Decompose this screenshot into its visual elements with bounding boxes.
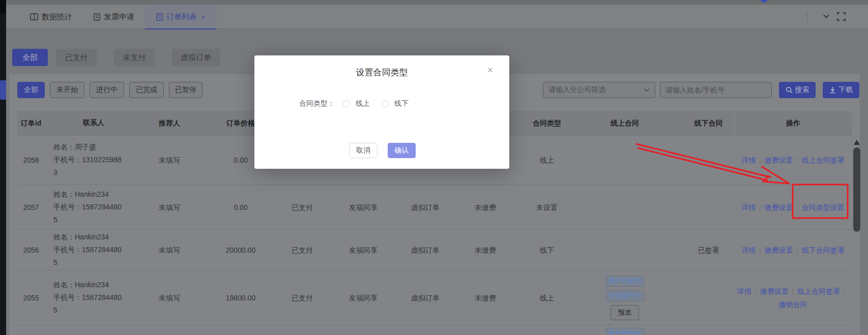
- modal-close-icon[interactable]: ×: [487, 66, 493, 75]
- operations-cell: 详情 | 缴费设置 | 线上合同签署: [734, 155, 852, 166]
- op-separator: |: [755, 286, 757, 297]
- header-offline-contract: 线下合同: [683, 117, 734, 129]
- radio-offline[interactable]: [382, 100, 389, 107]
- status-filter-paid[interactable]: 已支付: [56, 49, 97, 66]
- order-type-cell: 虚拟订单: [407, 202, 444, 213]
- operations-cell: 详情 | 缴费设置 | 线下合同签署: [734, 245, 852, 256]
- sidebar-logo-area: [0, 0, 6, 14]
- order-list-icon: [156, 13, 163, 21]
- branch-filter-select[interactable]: 请输入分公司筛选: [543, 82, 655, 98]
- op-revoke-contract-link[interactable]: 撤销合同: [779, 299, 807, 310]
- download-button[interactable]: 下载: [823, 82, 859, 98]
- tab-order-list[interactable]: 订单列表 ×: [145, 5, 216, 29]
- scrollbar-up-arrow[interactable]: [854, 140, 860, 145]
- toolbar-divider: [807, 11, 807, 22]
- invoice-icon: [94, 13, 100, 21]
- op-fee-setting-link[interactable]: 缴费设置: [760, 286, 789, 297]
- op-separator: |: [792, 286, 794, 297]
- status-filter-unpaid[interactable]: 未支付: [114, 49, 155, 66]
- online-contract-cell: 用户已签约 企业签约中 预览: [567, 276, 683, 320]
- keyword-input[interactable]: [660, 82, 772, 98]
- contract-preview-button[interactable]: 预览: [611, 305, 639, 320]
- op-online-sign-link[interactable]: 线上合同签署: [797, 286, 840, 297]
- contract-type-cell: 线上: [527, 292, 567, 303]
- op-offline-sign-link[interactable]: 线下合同签署: [802, 245, 845, 256]
- op-fee-setting-link[interactable]: 缴费设置: [765, 245, 793, 256]
- tab-invoice-request[interactable]: 发票申请: [94, 5, 134, 29]
- contract-type-cell: 未设置: [527, 202, 567, 213]
- status-filter-all[interactable]: 全部: [12, 49, 48, 66]
- radio-online-label[interactable]: 线上: [356, 99, 370, 108]
- op-separator: |: [797, 245, 798, 256]
- progress-filter-completed[interactable]: 已完成: [129, 82, 164, 98]
- table-row: 2056 姓名：Hankin234 手机号：1587284480 5 未填写 2…: [17, 230, 852, 270]
- fullscreen-icon[interactable]: [837, 12, 846, 21]
- op-detail-link[interactable]: 详情: [741, 155, 756, 166]
- tab-close-icon[interactable]: ×: [201, 13, 206, 21]
- order-id: 2055: [17, 292, 45, 303]
- fee-status-cell: 未缴费: [444, 292, 527, 303]
- tab-label: 数据统计: [42, 12, 72, 22]
- contract-type-cell: 线下: [527, 245, 567, 256]
- price-cell: 20000.00: [196, 245, 285, 256]
- online-contract-cell: 用户签约中: [567, 325, 683, 334]
- search-button[interactable]: 搜索: [779, 82, 816, 98]
- radio-online[interactable]: [343, 100, 350, 107]
- online-contract-status-tag[interactable]: 用户已签约: [605, 276, 644, 287]
- op-separator: |: [844, 286, 845, 297]
- op-fee-setting-link[interactable]: 缴费设置: [765, 155, 793, 166]
- op-fee-setting-link[interactable]: 缴费设置: [765, 202, 793, 213]
- referrer-cell: 未填写: [142, 245, 196, 256]
- contact-cell: 姓名：Hankin234 手机号：1587284480 5: [45, 231, 142, 269]
- left-sidebar-edge: [0, 0, 6, 335]
- contact-phone-wrap: 5: [53, 214, 57, 226]
- scrollbar-thumb[interactable]: [853, 147, 860, 232]
- chevron-down-icon[interactable]: [822, 12, 830, 20]
- contact-phone: 手机号：1587284480: [53, 201, 122, 214]
- progress-filter-in-progress[interactable]: 进行中: [90, 82, 124, 98]
- table-row-partial: 用户签约中: [17, 325, 852, 334]
- header-order-id: 订单id: [17, 118, 45, 128]
- contact-name: 姓名：Hankin234: [53, 231, 109, 243]
- operations-cell: 详情 | 缴费设置 | 线上合同签署 | 撤销合同: [734, 286, 852, 310]
- contact-phone: 手机号：1587284480: [53, 291, 122, 304]
- op-separator: |: [759, 202, 761, 213]
- contact-name: 姓名：Hankin234: [53, 279, 109, 291]
- pay-status-cell: 已支付: [285, 245, 320, 256]
- radio-offline-label[interactable]: 线下: [394, 99, 409, 108]
- table-row: 2057 姓名：Hankin234 手机号：1587284480 5 未填写 0…: [17, 185, 852, 230]
- op-online-sign-link[interactable]: 线上合同签署: [802, 155, 845, 166]
- sidebar-active-item[interactable]: [0, 80, 6, 100]
- op-detail-link[interactable]: 详情: [737, 286, 751, 297]
- op-contract-type-setting-link[interactable]: 合同类型设置: [802, 202, 845, 213]
- online-contract-status-tag[interactable]: 用户签约中: [605, 328, 644, 334]
- confirm-button[interactable]: 确认: [388, 143, 416, 158]
- pay-status-cell: 已支付: [285, 202, 320, 213]
- status-filter-virtual[interactable]: 虚拟订单: [172, 49, 220, 66]
- stats-icon: [30, 13, 38, 20]
- contact-cell: 姓名：Hankin234 手机号：1587284480 5: [45, 279, 142, 317]
- tab-label: 订单列表: [166, 12, 197, 22]
- op-detail-link[interactable]: 详情: [741, 202, 756, 213]
- header-contact: 联系人: [45, 116, 142, 129]
- op-detail-link[interactable]: 详情: [741, 245, 756, 256]
- tab-data-statistics[interactable]: 数据统计: [30, 5, 72, 29]
- progress-filter-all[interactable]: 全部: [17, 82, 45, 98]
- progress-filter-not-started[interactable]: 未开始: [50, 82, 84, 98]
- fee-status-cell: 未缴费: [444, 202, 527, 213]
- contract-type-field-label: 合同类型：: [254, 99, 335, 108]
- top-band: [0, 0, 868, 5]
- price-cell: 0.00: [196, 202, 285, 213]
- progress-filter-paused[interactable]: 已暂停: [169, 82, 202, 98]
- online-contract-status-tag[interactable]: 企业签约中: [605, 290, 644, 301]
- contact-cell: 姓名：Hankin234 手机号：1587284480 5: [45, 188, 142, 226]
- header-referrer: 推荐人: [142, 117, 196, 129]
- cancel-button[interactable]: 取消: [349, 143, 378, 158]
- download-icon: [829, 86, 836, 94]
- chevron-down-icon: [644, 88, 650, 92]
- branch-filter-placeholder: 请输入分公司筛选: [548, 85, 644, 95]
- modal-title: 设置合同类型: [254, 67, 509, 78]
- contact-phone: 手机号：1310225988: [53, 154, 122, 166]
- contact-phone: 手机号：1587284480: [53, 243, 122, 256]
- header-contract-type: 合同类型: [527, 117, 567, 129]
